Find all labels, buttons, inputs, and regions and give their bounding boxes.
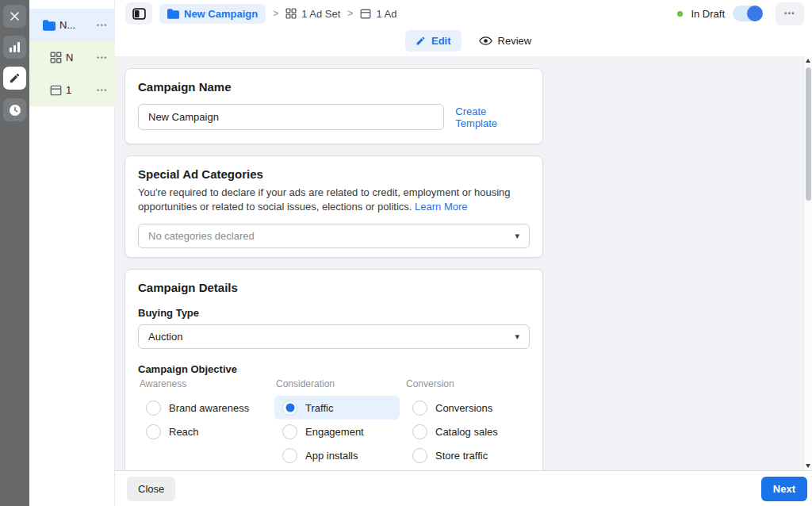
pencil-icon: [9, 72, 21, 84]
pencil-icon: [416, 36, 426, 46]
objective-column-conversion: Conversion Conversions Catalog sales Sto…: [404, 378, 539, 467]
card-title: Special Ad Categories: [138, 167, 530, 181]
card-title: Campaign Name: [138, 80, 530, 94]
ellipsis-icon[interactable]: •••: [97, 54, 108, 62]
ad-set-grid-icon: [285, 8, 297, 19]
column-header: Awareness: [138, 378, 271, 391]
tree-item-campaign[interactable]: N... •••: [29, 9, 115, 41]
ellipsis-icon[interactable]: •••: [97, 86, 108, 94]
option-label: Engagement: [305, 426, 364, 438]
draft-ring-icon: [677, 11, 683, 17]
close-icon: [10, 11, 20, 21]
campaign-tree-panel: N... ••• N ••• 1 •••: [29, 0, 115, 506]
create-template-link[interactable]: Create Template: [455, 105, 530, 129]
categories-dropdown[interactable]: No categories declared ▾: [138, 224, 530, 248]
tree-item-label: 1: [66, 84, 71, 96]
radio-icon[interactable]: [146, 401, 161, 416]
chevron-separator: >: [273, 8, 278, 19]
buying-type-dropdown[interactable]: Auction ▾: [138, 324, 530, 349]
status-area: In Draft •••: [677, 2, 804, 25]
option-label: App installs: [305, 450, 358, 462]
tree-item-label: N: [66, 52, 73, 63]
objective-column-consideration: Consideration Traffic Engagement App ins…: [274, 378, 400, 467]
radio-icon[interactable]: [282, 448, 297, 463]
learn-more-link[interactable]: Learn More: [415, 201, 467, 213]
view-tabs: Edit Review: [405, 30, 536, 52]
breadcrumb-label: 1 Ad Set: [301, 8, 340, 20]
special-ad-categories-card: Special Ad Categories You're required to…: [124, 155, 543, 258]
scroll-down-icon[interactable]: [806, 464, 810, 468]
card-description: You're required to declare if your ads a…: [138, 186, 520, 214]
status-label: In Draft: [691, 8, 725, 20]
chevron-separator: >: [347, 8, 353, 19]
campaign-name-card: Campaign Name Create Template: [124, 68, 543, 144]
history-button[interactable]: [3, 98, 26, 121]
more-options-button[interactable]: •••: [776, 2, 804, 25]
tool-rail: [0, 0, 29, 506]
close-editor-button[interactable]: [3, 5, 26, 28]
collapse-panel-icon: [132, 8, 146, 20]
footer-bar: Close Next: [115, 470, 812, 506]
edit-mode-button[interactable]: [3, 67, 26, 90]
caret-down-icon: ▾: [515, 332, 519, 342]
breadcrumb-label: 1 Ad: [376, 8, 396, 20]
option-label: Catalog sales: [435, 426, 498, 438]
top-header: New Campaign > 1 Ad Set > 1 Ad In Draft: [115, 0, 812, 56]
ad-frame-icon: [50, 85, 62, 96]
ad-frame-icon: [360, 9, 371, 19]
scroll-up-icon[interactable]: [806, 59, 810, 63]
radio-icon[interactable]: [412, 424, 427, 439]
objective-option-reach[interactable]: Reach: [138, 420, 271, 443]
objective-option-brand-awareness[interactable]: Brand awareness: [138, 396, 271, 420]
option-label: Traffic: [305, 402, 333, 414]
breadcrumb: New Campaign > 1 Ad Set > 1 Ad: [125, 2, 396, 25]
campaign-name-input[interactable]: [138, 104, 444, 130]
radio-icon[interactable]: [412, 401, 427, 416]
objective-option-conversions[interactable]: Conversions: [404, 396, 539, 420]
objective-option-store-traffic[interactable]: Store traffic: [404, 443, 539, 467]
column-header: Conversion: [404, 378, 539, 391]
breadcrumb-campaign[interactable]: New Campaign: [159, 4, 266, 24]
eye-icon: [479, 36, 492, 46]
buying-type-label: Buying Type: [138, 307, 530, 319]
radio-icon[interactable]: [412, 448, 427, 463]
card-title: Campaign Details: [138, 281, 530, 294]
ellipsis-icon: •••: [784, 10, 795, 17]
tree-item-ad-set[interactable]: N •••: [29, 41, 115, 74]
campaign-objective-label: Campaign Objective: [138, 363, 530, 375]
option-label: Reach: [169, 426, 199, 438]
next-button[interactable]: Next: [761, 477, 807, 501]
scrollbar-thumb[interactable]: [806, 67, 811, 201]
breadcrumb-ad-set[interactable]: 1 Ad Set: [285, 8, 340, 20]
column-header: Consideration: [274, 378, 400, 391]
close-button[interactable]: Close: [127, 477, 175, 501]
objective-column-awareness: Awareness Brand awareness Reach: [138, 378, 271, 443]
clock-icon: [9, 104, 21, 117]
objective-option-app-installs[interactable]: App installs: [274, 443, 400, 467]
reports-button[interactable]: [3, 36, 26, 59]
option-label: Conversions: [435, 402, 492, 414]
draft-toggle[interactable]: [733, 6, 763, 21]
ad-set-grid-icon: [50, 52, 62, 63]
option-label: Store traffic: [435, 450, 488, 462]
objective-option-traffic[interactable]: Traffic: [274, 396, 400, 420]
tab-edit[interactable]: Edit: [405, 30, 462, 52]
radio-selected-icon[interactable]: [282, 401, 297, 416]
bar-chart-icon: [10, 42, 20, 52]
tab-review[interactable]: Review: [474, 30, 537, 52]
content-scrollbar[interactable]: [803, 56, 812, 470]
breadcrumb-ad[interactable]: 1 Ad: [360, 8, 396, 20]
objective-option-engagement[interactable]: Engagement: [274, 420, 400, 443]
radio-icon[interactable]: [282, 424, 297, 439]
objective-option-catalog-sales[interactable]: Catalog sales: [404, 420, 539, 443]
toggle-knob: [747, 6, 763, 21]
caret-down-icon: ▾: [515, 231, 519, 241]
ads-manager-edit-screen: N... ••• N ••• 1 •••: [0, 0, 812, 506]
ellipsis-icon[interactable]: •••: [97, 21, 108, 29]
collapse-panel-button[interactable]: [125, 2, 152, 25]
edit-pane: Campaign Name Create Template Special Ad…: [115, 56, 812, 470]
tab-label: Review: [498, 35, 532, 47]
radio-icon[interactable]: [146, 424, 161, 439]
tree-item-ad[interactable]: 1 •••: [29, 74, 115, 106]
breadcrumb-label: New Campaign: [184, 8, 258, 20]
